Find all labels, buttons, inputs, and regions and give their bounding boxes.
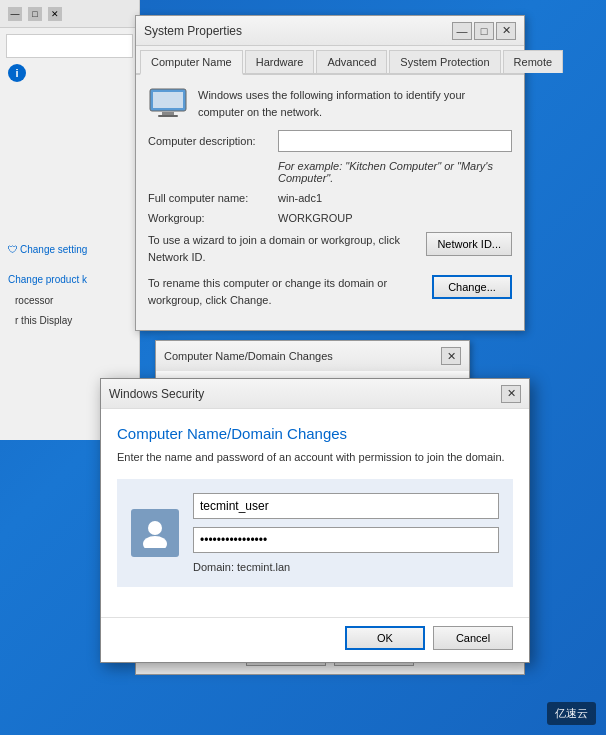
svg-point-4 [148,521,162,535]
credential-fields: Domain: tecmint.lan [193,493,499,573]
sys-props-title: System Properties [144,24,242,38]
control-panel-titlebar: — □ ✕ [0,0,139,28]
cp-change-product-label: Change product k [8,274,87,285]
watermark: 亿速云 [547,702,596,725]
workgroup-row: Workgroup: WORKGROUP [148,212,512,224]
cp-processor-text: rocessor [15,295,53,306]
full-name-row: Full computer name: win-adc1 [148,192,512,204]
credential-box: Domain: tecmint.lan [117,479,513,587]
tab-system-protection[interactable]: System Protection [389,50,500,73]
change-row: To rename this computer or change its do… [148,275,512,308]
win-sec-titlebar: Windows Security ✕ [101,379,529,409]
cp-search-bar: 🔍 [6,34,133,58]
sys-props-content: Windows uses the following information t… [136,75,524,330]
cp-change-product-link[interactable]: Change product k [8,274,87,285]
computer-desc-hint: For example: "Kitchen Computer" or "Mary… [278,160,512,184]
win-sec-ok-btn[interactable]: OK [345,626,425,650]
sys-props-minimize-btn[interactable]: — [452,22,472,40]
tab-advanced[interactable]: Advanced [316,50,387,73]
windows-security-dialog: Windows Security ✕ Computer Name/Domain … [100,378,530,663]
username-input[interactable] [193,493,499,519]
tab-computer-name[interactable]: Computer Name [140,50,243,75]
computer-desc-row: Computer description: [148,130,512,152]
system-properties-window: System Properties — □ ✕ Computer Name Ha… [135,15,525,331]
sys-props-maximize-btn[interactable]: □ [474,22,494,40]
full-name-label: Full computer name: [148,192,278,204]
cp-change-settings-label: Change setting [20,244,87,255]
cp-info-icon: i [8,64,26,82]
svg-rect-2 [162,112,174,115]
tab-hardware[interactable]: Hardware [245,50,315,73]
domain-changes-close-btn[interactable]: ✕ [441,347,461,365]
titlebar-buttons: — □ ✕ [452,22,516,40]
win-sec-title-text: Windows Security [109,387,204,401]
change-btn[interactable]: Change... [432,275,512,299]
sys-props-close-btn[interactable]: ✕ [496,22,516,40]
control-panel-window: — □ ✕ 🔍 i rocessor r this Display 🛡 Chan… [0,0,140,440]
user-avatar [131,509,179,557]
network-id-text: To use a wizard to join a domain or work… [148,232,416,265]
workgroup-label: Workgroup: [148,212,278,224]
domain-text: Domain: tecmint.lan [193,561,499,573]
svg-rect-1 [153,92,183,108]
svg-point-5 [143,536,167,548]
cp-maximize-btn[interactable]: □ [28,7,42,21]
sys-props-titlebar: System Properties — □ ✕ [136,16,524,46]
change-text: To rename this computer or change its do… [148,275,422,308]
network-id-btn[interactable]: Network ID... [426,232,512,256]
network-id-row: To use a wizard to join a domain or work… [148,232,512,265]
tab-remote[interactable]: Remote [503,50,564,73]
shield-icon: 🛡 [8,244,18,255]
user-avatar-icon [140,518,170,548]
password-input[interactable] [193,527,499,553]
full-name-value: win-adc1 [278,192,322,204]
sys-info-row: Windows uses the following information t… [148,87,512,120]
win-sec-description: Enter the name and password of an accoun… [117,450,513,465]
win-sec-buttons: OK Cancel [101,617,529,662]
svg-rect-3 [158,115,178,117]
computer-desc-input[interactable] [278,130,512,152]
win-sec-close-btn[interactable]: ✕ [501,385,521,403]
tabs-container: Computer Name Hardware Advanced System P… [136,46,524,75]
domain-changes-title: Computer Name/Domain Changes [164,350,333,362]
cp-display-text: r this Display [15,315,72,326]
domain-changes-titlebar: Computer Name/Domain Changes ✕ [156,341,469,371]
sys-info-text: Windows uses the following information t… [198,87,512,120]
win-sec-heading: Computer Name/Domain Changes [117,425,513,442]
win-sec-cancel-btn[interactable]: Cancel [433,626,513,650]
cp-change-settings-link[interactable]: 🛡 Change setting [8,244,87,255]
computer-desc-label: Computer description: [148,135,278,147]
workgroup-value: WORKGROUP [278,212,353,224]
cp-minimize-btn[interactable]: — [8,7,22,21]
win-sec-content: Computer Name/Domain Changes Enter the n… [101,409,529,617]
cp-search-input[interactable] [13,40,151,52]
cp-close-btn[interactable]: ✕ [48,7,62,21]
computer-icon [148,87,188,119]
